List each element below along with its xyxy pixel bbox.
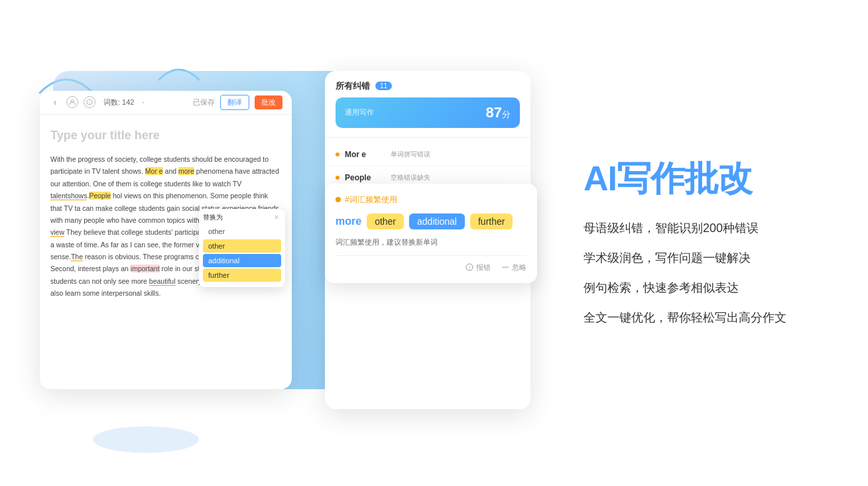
vocab-words-row: more other additional further xyxy=(336,213,527,229)
correct-button[interactable]: 批改 xyxy=(255,95,282,109)
error-desc: 空格错误缺失 xyxy=(391,173,520,182)
vocab-title: #词汇频繁使用 xyxy=(345,194,397,206)
feature-item-4: 全文一键优化，帮你轻松写出高分作文 xyxy=(584,309,828,327)
feature-item-2: 学术级润色，写作问题一键解决 xyxy=(584,249,828,267)
word-count: 词数: 142 xyxy=(103,97,134,107)
suggestion-item-other[interactable]: other xyxy=(203,239,281,253)
ui-mockup-area: ‹ i 词数: 142 · 已保存 翻译 批改 Type your title … xyxy=(40,58,517,429)
vocab-word-further[interactable]: further xyxy=(470,213,513,229)
suggestion-item-default[interactable]: other xyxy=(203,225,281,238)
word-count-separator: · xyxy=(142,98,144,106)
ignore-icon xyxy=(501,263,509,271)
error-item-more[interactable]: Mor e · 单词拼写错误 xyxy=(325,143,530,166)
vocab-word-additional[interactable]: additional xyxy=(409,213,465,229)
vocab-divider xyxy=(336,255,527,256)
svg-rect-6 xyxy=(502,267,509,268)
error-word: Mor e xyxy=(345,150,378,159)
errors-header: 所有纠错 11 通用写作 87分 xyxy=(325,71,530,138)
svg-text:!: ! xyxy=(469,265,470,271)
score-label: 通用写作 xyxy=(345,107,374,117)
errors-count: 11 xyxy=(375,82,392,90)
save-status: 已保存 xyxy=(193,97,215,107)
info-icon: i xyxy=(84,96,95,108)
feature-item-3: 例句检索，快速参考相似表达 xyxy=(584,279,828,297)
vocab-actions: ! 报错 忽略 xyxy=(336,263,527,273)
score-value: 87分 xyxy=(486,104,511,121)
error-word: People xyxy=(345,173,378,182)
svg-text:i: i xyxy=(89,100,90,105)
editor-toolbar: ‹ i 词数: 142 · 已保存 翻译 批改 xyxy=(40,91,292,115)
vocab-dot-icon xyxy=(336,197,341,202)
suggestion-popup: 替换为 × other other additional further xyxy=(199,209,285,287)
vocab-word-more[interactable]: more xyxy=(336,215,361,227)
suggestion-header: 替换为 × xyxy=(203,213,281,222)
suggestion-item-additional[interactable]: additional xyxy=(203,254,281,267)
score-unit: 分 xyxy=(502,109,511,119)
suggestion-replace-label: 替换为 xyxy=(203,213,223,222)
editor-title[interactable]: Type your title here xyxy=(50,125,281,146)
main-title: AI写作批改 xyxy=(584,159,828,199)
report-icon: ! xyxy=(465,263,473,271)
vocab-header: #词汇频繁使用 xyxy=(336,194,527,206)
report-button[interactable]: ! 报错 xyxy=(465,263,491,273)
vocab-card: #词汇频繁使用 more other additional further 词汇… xyxy=(325,184,537,283)
feature-item-1: 母语级纠错，智能识别200种错误 xyxy=(584,219,828,237)
vocab-description: 词汇频繁使用，建议替换新单词 xyxy=(336,237,527,247)
suggestion-close-button[interactable]: × xyxy=(272,213,281,222)
user-icon xyxy=(66,96,78,108)
main-container: ‹ i 词数: 142 · 已保存 翻译 批改 Type your title … xyxy=(0,0,868,486)
translate-button[interactable]: 翻译 xyxy=(220,95,249,110)
right-content: AI写作批改 母语级纠错，智能识别200种错误 学术级润色，写作问题一键解决 例… xyxy=(557,159,828,328)
errors-title-row: 所有纠错 11 xyxy=(336,80,520,92)
score-section: 通用写作 87分 xyxy=(336,97,520,128)
back-button[interactable]: ‹ xyxy=(49,96,61,108)
error-dot xyxy=(336,176,340,180)
suggestion-item-further[interactable]: further xyxy=(203,269,281,282)
error-dot xyxy=(336,152,340,156)
feature-list: 母语级纠错，智能识别200种错误 学术级润色，写作问题一键解决 例句检索，快速参… xyxy=(584,219,828,327)
vocab-word-other[interactable]: other xyxy=(367,213,404,229)
error-desc: 单词拼写错误 xyxy=(391,150,520,159)
errors-title: 所有纠错 xyxy=(336,80,370,92)
ignore-button[interactable]: 忽略 xyxy=(501,263,527,273)
